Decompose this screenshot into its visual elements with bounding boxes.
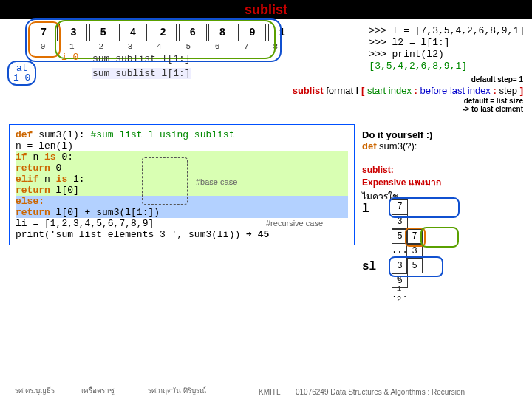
mini-idx: 2 (392, 295, 406, 304)
title-red: sublist (245, 2, 287, 17)
fmt-close: ] (520, 85, 523, 96)
note-default-size-1: default = list size (464, 97, 523, 105)
l-label: l (362, 202, 369, 216)
footer-d: KMITL (259, 388, 280, 396)
fmt-open: [ (361, 85, 367, 96)
note-default-step: default step= 1 (471, 75, 523, 83)
doit-line: def sum3(?): (362, 140, 525, 151)
code-line: n = len(l) (16, 140, 348, 151)
mini-blue-box (389, 197, 460, 218)
fmt-word: format (326, 85, 355, 96)
footer-b: เครือตราชู (81, 385, 115, 396)
doit-line: Do it yourself :) (362, 129, 525, 140)
fmt-start: start index (367, 85, 412, 96)
mini-green-box (420, 227, 459, 248)
footer-a: รศ.ดร.บุญธีร (15, 385, 55, 396)
repl-line: >>> l = [7,3,5,4,2,6,8,9,1] (369, 25, 525, 37)
mini-cell: ... (392, 244, 406, 257)
rec-case-label: #recursive case (266, 219, 323, 228)
sum-sublist-1: sum sublist l[1:] (92, 53, 191, 64)
array-strip: 7 3 5 4 2 6 8 9 1 0 1 2 3 4 5 6 7 8 i 0 … (7, 24, 303, 79)
base-case-label: #base case (196, 177, 237, 186)
footer-c: รศ.กฤตวัน ศิริบูรณ์ (148, 385, 206, 396)
sum-sublist-2: sum sublist l[1:] (92, 68, 191, 79)
sl-label: sl (362, 260, 376, 273)
exp-line: sublist: (362, 165, 525, 175)
repl-line: >>> print(l2) (369, 49, 525, 61)
base-case-box (142, 157, 188, 205)
repl-line: [3,5,4,2,6,8,9,1] (369, 61, 525, 72)
fmt-l: l (356, 85, 359, 96)
at-i0: i 0 (13, 72, 30, 83)
fmt-before: before last index (420, 85, 490, 96)
code-line: return l[0] + sum3(l[1:]) (16, 207, 348, 218)
exp-line: Expensive แพงมาก (362, 175, 525, 189)
sublist-format: sublist format l [ start index : before … (293, 85, 523, 96)
right-column: Do it yourself :) def sum3(?): sublist: … (362, 129, 525, 203)
title-bar: sublist (0, 0, 532, 19)
do-it-yourself: Do it yourself :) def sum3(?): (362, 129, 525, 151)
repl-line: >>> l2 = l[1:] (369, 37, 525, 49)
fmt-step: step (499, 85, 517, 96)
mini-idx: 0 (392, 274, 406, 283)
code-line: def sum3(l): #sum list l using sublist (16, 129, 348, 140)
i0-label: i 0 (61, 52, 78, 63)
code-line: print('sum list elements 3 ', sum3(li)) … (16, 229, 348, 240)
at-i0-box: at i 0 (7, 61, 36, 86)
mini-idx: 1 (392, 284, 406, 293)
fmt-sublist: sublist (293, 85, 324, 96)
footer: รศ.ดร.บุญธีร เครือตราชู รศ.กฤตวัน ศิริบู… (0, 383, 532, 399)
repl-output: >>> l = [7,3,5,4,2,6,8,9,1] >>> l2 = l[1… (369, 25, 525, 72)
note-default-size-2: -> to last element (463, 105, 523, 113)
footer-e: 01076249 Data Structures & Algorithms : … (296, 388, 465, 396)
